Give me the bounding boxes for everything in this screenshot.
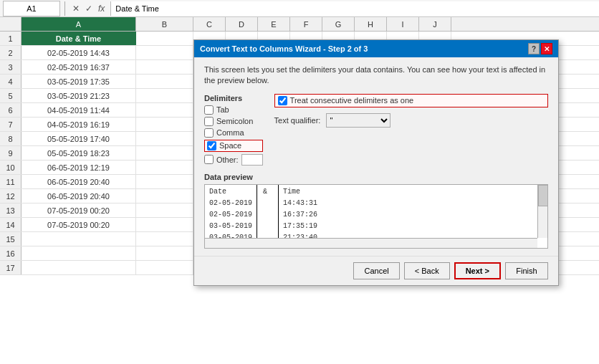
comma-checkbox-row[interactable]: Comma	[204, 128, 263, 138]
formula-bar: A1 ✕ ✓ fx Date & Time	[0, 0, 599, 17]
dialog-footer: Cancel < Back Next > Finish	[194, 256, 558, 285]
back-button[interactable]: < Back	[404, 262, 450, 279]
col-header-g[interactable]: G	[322, 17, 355, 31]
other-input[interactable]	[241, 154, 263, 166]
help-button[interactable]: ?	[528, 43, 540, 54]
next-button[interactable]: Next >	[454, 262, 501, 279]
space-checkbox-row[interactable]: Space	[204, 140, 263, 152]
tab-label: Tab	[216, 105, 229, 114]
treat-consecutive-label: Treat consecutive delimiters as one	[290, 96, 414, 105]
preview-col-date-content: Date 02-05-2019 02-05-2019 03-05-2019 03…	[209, 186, 252, 244]
dialog-titlebar: Convert Text to Columns Wizard - Step 2 …	[194, 40, 558, 57]
other-label: Other:	[216, 155, 239, 164]
preview-header-date: Date	[209, 186, 252, 198]
formula-bar-icons: ✕ ✓ fx	[67, 4, 110, 14]
col-header-j[interactable]: J	[419, 17, 451, 31]
preview-cell: 02-05-2019	[209, 209, 252, 221]
col-header-i[interactable]: I	[387, 17, 419, 31]
cell-b1[interactable]	[136, 32, 193, 45]
delimiters-label: Delimiters	[204, 94, 263, 102]
formula-bar-divider	[64, 1, 65, 16]
scrollbar-thumb-v[interactable]	[538, 185, 548, 206]
row-num-1: 1	[0, 32, 21, 45]
preview-header-time: Time	[283, 186, 543, 198]
text-qualifier-row: Text qualifier: " ' {none}	[274, 113, 548, 128]
col-header-f[interactable]: F	[290, 17, 322, 31]
col-header-h[interactable]: H	[355, 17, 387, 31]
col-header-c[interactable]: C	[193, 17, 226, 31]
data-preview-section: Data preview Date 02-05-2019 02-05-2019 …	[204, 173, 548, 249]
col-header-d[interactable]: D	[226, 17, 258, 31]
delimiters-section: Delimiters Tab Semicolon Comma	[204, 94, 548, 166]
delimiters-left: Delimiters Tab Semicolon Comma	[204, 94, 263, 166]
treat-consecutive-row[interactable]: Treat consecutive delimiters as one	[274, 94, 548, 107]
excel-container: A1 ✕ ✓ fx Date & Time A B C D E F G H I …	[0, 0, 599, 364]
formula-input[interactable]: Date & Time	[110, 1, 599, 16]
cell-a1[interactable]: Date & Time	[21, 32, 136, 45]
tab-checkbox[interactable]	[204, 105, 214, 115]
function-icon[interactable]: fx	[97, 4, 106, 14]
wizard-dialog: Convert Text to Columns Wizard - Step 2 …	[193, 39, 559, 286]
col-header-e[interactable]: E	[258, 17, 290, 31]
preview-box: Date 02-05-2019 02-05-2019 03-05-2019 03…	[204, 184, 548, 249]
treat-consecutive-checkbox[interactable]	[278, 96, 287, 105]
enter-formula-icon[interactable]: ✓	[84, 4, 94, 14]
col-header-a[interactable]: A	[21, 17, 136, 31]
column-headers: A B C D E F G H I J	[0, 17, 599, 32]
comma-label: Comma	[216, 128, 244, 137]
titlebar-buttons: ? ✕	[528, 43, 552, 54]
preview-cell: 02-05-2019	[209, 198, 252, 209]
finish-button[interactable]: Finish	[505, 262, 548, 279]
close-button[interactable]: ✕	[541, 43, 552, 54]
dialog-description: This screen lets you set the delimiters …	[204, 64, 548, 87]
other-checkbox[interactable]	[204, 155, 214, 164]
space-checkbox[interactable]	[207, 141, 216, 150]
preview-cell: 16:37:26	[283, 209, 543, 221]
preview-cell: 03-05-2019	[209, 221, 252, 232]
text-qualifier-select[interactable]: " ' {none}	[326, 113, 390, 128]
semicolon-checkbox[interactable]	[204, 117, 214, 126]
preview-col-amp-content: &	[263, 186, 272, 198]
cancel-formula-icon[interactable]: ✕	[71, 4, 81, 14]
other-row: Other:	[204, 154, 263, 166]
preview-cell: 17:35:19	[283, 221, 543, 232]
preview-col-time-content: Time 14:43:31 16:37:26 17:35:19 21:23:40	[283, 186, 543, 244]
row-num-header	[0, 17, 21, 31]
semicolon-checkbox-row[interactable]: Semicolon	[204, 117, 263, 126]
col-header-b[interactable]: B	[136, 17, 193, 31]
comma-checkbox[interactable]	[204, 128, 214, 138]
name-box[interactable]: A1	[3, 1, 60, 16]
horizontal-scrollbar[interactable]	[205, 238, 537, 248]
semicolon-label: Semicolon	[216, 117, 253, 125]
preview-label: Data preview	[204, 173, 548, 181]
text-qualifier-label: Text qualifier:	[274, 116, 321, 125]
delimiters-right: Treat consecutive delimiters as one Text…	[274, 94, 548, 166]
preview-cell: 14:43:31	[283, 198, 543, 209]
preview-header-amp: &	[263, 186, 272, 198]
cancel-button[interactable]: Cancel	[353, 262, 399, 279]
dialog-body: This screen lets you set the delimiters …	[194, 57, 558, 256]
dialog-title: Convert Text to Columns Wizard - Step 2 …	[200, 44, 368, 53]
vertical-scrollbar[interactable]	[537, 185, 547, 238]
tab-checkbox-row[interactable]: Tab	[204, 105, 263, 115]
space-label: Space	[219, 141, 241, 150]
